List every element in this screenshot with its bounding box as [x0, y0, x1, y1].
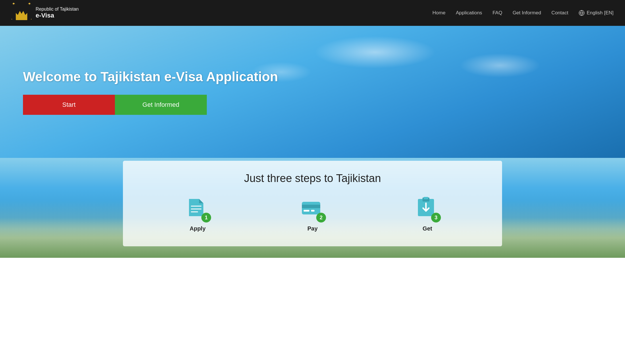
svg-marker-3: [30, 17, 32, 21]
hero-section: Welcome to Tajikistan e-Visa Application…: [0, 26, 625, 158]
language-label: English [EN]: [587, 10, 614, 16]
step-apply-icon-wrap: 1: [185, 196, 211, 222]
steps-section: Just three steps to Tajikistan 1 Apply: [0, 158, 625, 258]
svg-rect-17: [424, 197, 428, 199]
nav-contact[interactable]: Contact: [551, 10, 568, 16]
step-apply: 1 Apply: [185, 196, 211, 232]
step-pay-icon-wrap: 2: [300, 196, 325, 222]
globe-icon: [578, 10, 585, 16]
step-pay: 2 Pay: [300, 196, 325, 232]
nav-home[interactable]: Home: [433, 10, 445, 16]
language-selector[interactable]: English [EN]: [578, 10, 614, 16]
hero-title: Welcome to Tajikistan e-Visa Application: [23, 69, 602, 84]
svg-marker-1: [28, 3, 32, 5]
steps-card: Just three steps to Tajikistan 1 Apply: [123, 161, 502, 246]
republic-label: Republic of Tajikistan: [36, 7, 79, 12]
step-apply-label: Apply: [190, 225, 206, 232]
get-informed-button[interactable]: Get Informed: [115, 95, 207, 115]
steps-title: Just three steps to Tajikistan: [140, 172, 485, 185]
svg-rect-12: [302, 205, 320, 208]
steps-row: 1 Apply 2: [140, 196, 485, 232]
step-get: 3 Get: [414, 196, 440, 232]
nav-get-informed[interactable]: Get Informed: [513, 10, 541, 16]
step-pay-badge: 2: [316, 213, 326, 222]
svg-marker-8: [11, 3, 16, 5]
logo-text: Republic of Tajikistan e-Visa: [36, 7, 79, 19]
svg-rect-14: [311, 210, 315, 212]
svg-marker-5: [16, 23, 19, 23]
svg-rect-13: [304, 210, 309, 212]
evisa-label: e-Visa: [36, 12, 79, 19]
step-get-icon-wrap: 3: [414, 196, 440, 222]
step-apply-badge: 1: [201, 213, 211, 222]
svg-rect-9: [16, 19, 27, 20]
nav-faq[interactable]: FAQ: [493, 10, 502, 16]
step-get-label: Get: [423, 225, 432, 232]
start-button[interactable]: Start: [23, 95, 115, 115]
logo-icon: [11, 3, 32, 23]
main-nav: Home Applications FAQ Get Informed Conta…: [433, 10, 614, 16]
svg-marker-4: [24, 23, 28, 23]
step-get-badge: 3: [431, 213, 441, 222]
site-header: Republic of Tajikistan e-Visa Home Appli…: [0, 0, 625, 26]
svg-marker-6: [11, 17, 13, 21]
hero-buttons: Start Get Informed: [23, 95, 602, 115]
nav-applications[interactable]: Applications: [456, 10, 482, 16]
step-pay-label: Pay: [307, 225, 318, 232]
logo-area: Republic of Tajikistan e-Visa: [11, 3, 79, 23]
